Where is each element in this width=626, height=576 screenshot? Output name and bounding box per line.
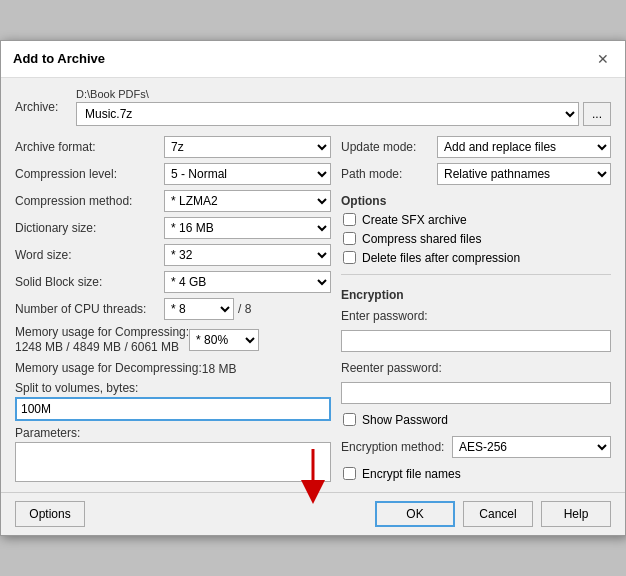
encryption-section-header: Encryption (341, 288, 611, 302)
compression-method-label: Compression method: (15, 194, 160, 208)
compression-level-label: Compression level: (15, 167, 160, 181)
path-mode-label: Path mode: (341, 167, 431, 181)
memory-percent-select[interactable]: * 80% (189, 329, 259, 351)
compression-level-row: Compression level: 5 - Normal (15, 163, 331, 185)
compress-shared-checkbox[interactable] (343, 232, 356, 245)
delete-after-label: Delete files after compression (362, 251, 520, 265)
dialog-title: Add to Archive (13, 51, 105, 66)
archive-label: Archive: (15, 100, 70, 114)
close-button[interactable]: ✕ (593, 49, 613, 69)
split-label: Split to volumes, bytes: (15, 381, 331, 395)
help-button[interactable]: Help (541, 501, 611, 527)
archive-filename-select[interactable]: Music.7z (76, 102, 579, 126)
create-sfx-row: Create SFX archive (343, 213, 611, 227)
encrypt-names-checkbox[interactable] (343, 467, 356, 480)
show-password-checkbox[interactable] (343, 413, 356, 426)
dialog-body: Archive: D:\Book PDFs\ Music.7z ... Arch… (1, 78, 625, 493)
reenter-password-input[interactable] (341, 382, 611, 404)
compress-shared-label: Compress shared files (362, 232, 481, 246)
cancel-button[interactable]: Cancel (463, 501, 533, 527)
archive-row: Archive: D:\Book PDFs\ Music.7z ... (15, 88, 611, 126)
delete-after-row: Delete files after compression (343, 251, 611, 265)
solid-block-size-select[interactable]: * 4 GB (164, 271, 331, 293)
memory-decompress-value: 18 MB (202, 362, 237, 376)
archive-path: D:\Book PDFs\ (76, 88, 611, 100)
archive-select-row: Music.7z ... (76, 102, 611, 126)
dictionary-size-row: Dictionary size: * 16 MB (15, 217, 331, 239)
bottom-right: OK Cancel Help (375, 501, 611, 527)
right-column: Update mode: Add and replace files Path … (341, 136, 611, 483)
dictionary-size-label: Dictionary size: (15, 221, 160, 235)
split-volumes-row: Split to volumes, bytes: (15, 381, 331, 421)
archive-format-select[interactable]: 7z (164, 136, 331, 158)
bottom-left: Options (15, 501, 85, 527)
encryption-method-label: Encryption method: (341, 440, 446, 454)
show-password-label: Show Password (362, 413, 448, 427)
title-bar: Add to Archive ✕ (1, 41, 625, 78)
cpu-threads-row: Number of CPU threads: * 8 / 8 (15, 298, 331, 320)
create-sfx-label: Create SFX archive (362, 213, 467, 227)
divider (341, 274, 611, 275)
archive-format-label: Archive format: (15, 140, 160, 154)
create-sfx-checkbox[interactable] (343, 213, 356, 226)
word-size-row: Word size: * 32 (15, 244, 331, 266)
solid-block-size-row: Solid Block size: * 4 GB (15, 271, 331, 293)
ok-button[interactable]: OK (375, 501, 455, 527)
memory-decompress-label: Memory usage for Decompressing: (15, 361, 202, 377)
encryption-method-row: Encryption method: AES-256 (341, 436, 611, 458)
archive-format-row: Archive format: 7z (15, 136, 331, 158)
reenter-password-label: Reenter password: (341, 361, 611, 375)
browse-button[interactable]: ... (583, 102, 611, 126)
show-password-row: Show Password (343, 413, 611, 427)
add-to-archive-dialog: Add to Archive ✕ Archive: D:\Book PDFs\ … (0, 40, 626, 537)
path-mode-row: Path mode: Relative pathnames (341, 163, 611, 185)
dictionary-size-select[interactable]: * 16 MB (164, 217, 331, 239)
options-button[interactable]: Options (15, 501, 85, 527)
encryption-method-select[interactable]: AES-256 (452, 436, 611, 458)
parameters-section: Parameters: (15, 426, 331, 482)
bottom-bar: Options OK Cancel Help (1, 492, 625, 535)
encrypt-names-label: Encrypt file names (362, 467, 461, 481)
compression-method-row: Compression method: * LZMA2 (15, 190, 331, 212)
parameters-input[interactable] (15, 442, 331, 482)
left-column: Archive format: 7z Compression level: 5 … (15, 136, 331, 483)
cpu-threads-select[interactable]: * 8 (164, 298, 234, 320)
memory-compress-row: Memory usage for Compressing: 1248 MB / … (15, 325, 331, 356)
solid-block-size-label: Solid Block size: (15, 275, 160, 289)
main-columns: Archive format: 7z Compression level: 5 … (15, 136, 611, 483)
path-mode-select[interactable]: Relative pathnames (437, 163, 611, 185)
compress-shared-row: Compress shared files (343, 232, 611, 246)
parameters-label: Parameters: (15, 426, 331, 440)
delete-after-checkbox[interactable] (343, 251, 356, 264)
compression-method-select[interactable]: * LZMA2 (164, 190, 331, 212)
compression-level-select[interactable]: 5 - Normal (164, 163, 331, 185)
word-size-label: Word size: (15, 248, 160, 262)
enter-password-label: Enter password: (341, 309, 611, 323)
split-input[interactable] (15, 397, 331, 421)
encrypt-names-row: Encrypt file names (343, 467, 611, 481)
memory-compress-label: Memory usage for Compressing: 1248 MB / … (15, 325, 189, 356)
threads-separator: / 8 (238, 302, 251, 316)
options-section-header: Options (341, 194, 611, 208)
update-mode-row: Update mode: Add and replace files (341, 136, 611, 158)
update-mode-label: Update mode: (341, 140, 431, 154)
memory-decompress-row: Memory usage for Decompressing: 18 MB (15, 361, 331, 377)
enter-password-input[interactable] (341, 330, 611, 352)
cpu-threads-label: Number of CPU threads: (15, 302, 160, 316)
word-size-select[interactable]: * 32 (164, 244, 331, 266)
update-mode-select[interactable]: Add and replace files (437, 136, 611, 158)
